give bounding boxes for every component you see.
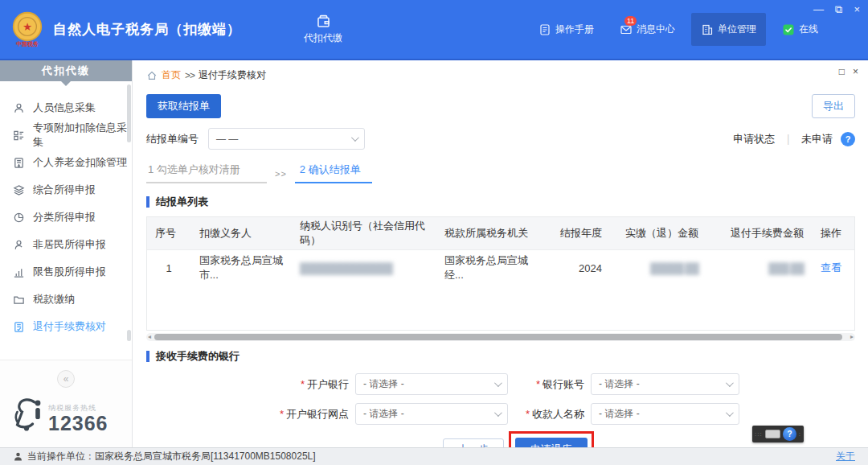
- person-icon: [13, 102, 25, 114]
- help-icon[interactable]: ?: [841, 132, 855, 146]
- sidebar-item-pension-deduction[interactable]: 个人养老金扣除管理: [0, 149, 132, 176]
- apply-refund-button[interactable]: 申请退库: [515, 438, 588, 447]
- sidebar-item-label: 退付手续费核对: [33, 319, 106, 334]
- bank-branch-select[interactable]: - 请选择 -: [355, 403, 508, 425]
- folder-icon: [13, 294, 25, 306]
- sidebar-item-comprehensive-income[interactable]: 综合所得申报: [0, 176, 132, 204]
- floating-assistant-widget[interactable]: ::: ? :: [752, 426, 804, 442]
- home-icon: [146, 70, 158, 81]
- nav-item-label: 消息中心: [637, 23, 675, 36]
- status-label: 申请状态: [733, 132, 775, 146]
- required-mark: *: [526, 408, 530, 420]
- step-label: 勾选单户核对清册: [157, 163, 240, 175]
- table-row: 1 国家税务总局宣城市... ██████████████ 国家税务总局宣城经.…: [147, 249, 854, 286]
- nav-item-manual[interactable]: 操作手册: [529, 13, 604, 46]
- scroll-left-icon[interactable]: ◂: [148, 333, 151, 341]
- col-header-seq: 序号: [147, 217, 191, 249]
- sidebar-tab-daikou[interactable]: 代扣代缴: [0, 60, 132, 81]
- close-icon[interactable]: ×: [854, 4, 860, 14]
- main-content: □ × 首页 >> 退付手续费核对 获取结报单 导出 结报单编号 — —: [133, 60, 868, 447]
- chevron-down-icon: [726, 409, 734, 417]
- nav-item-label: 操作手册: [555, 23, 594, 36]
- col-header-paid-amount: 实缴（退）金额: [611, 217, 707, 249]
- doc-check-icon: [13, 321, 25, 333]
- sidebar-item-classified-income[interactable]: 分类所得申报: [0, 204, 132, 231]
- fetch-report-button[interactable]: 获取结报单: [146, 94, 221, 118]
- bank-account-select[interactable]: - 请选择 -: [591, 373, 739, 395]
- widget-help-icon[interactable]: ?: [783, 427, 796, 441]
- step-label: 确认结报单: [309, 163, 361, 175]
- report-table: 序号 扣缴义务人 纳税人识别号（社会信用代码） 税款所属税务机关 结报年度 实缴…: [146, 216, 855, 331]
- restore-icon[interactable]: ⧉: [835, 4, 842, 14]
- sidebar-item-label: 人员信息采集: [33, 101, 96, 115]
- field-label-payee: *收款人名称: [508, 407, 584, 422]
- panel-close-icon[interactable]: ×: [853, 67, 858, 76]
- export-button[interactable]: 导出: [812, 94, 855, 118]
- about-link[interactable]: 关于: [836, 450, 855, 463]
- breadcrumb-home-link[interactable]: 首页: [162, 68, 181, 82]
- window-controls: — ⧉ ×: [813, 4, 860, 14]
- tax-emblem: ★ 中国税务: [11, 10, 43, 48]
- breadcrumb-current: 退付手续费核对: [199, 68, 266, 82]
- col-header-action: 操作: [813, 217, 854, 249]
- sidebar-item-restricted-stock[interactable]: 限售股所得申报: [0, 258, 132, 286]
- breadcrumb: 首页 >> 退付手续费核对: [146, 68, 855, 82]
- sidebar-item-nonresident-income[interactable]: 非居民所得申报: [0, 231, 132, 258]
- sidebar-item-special-deduction[interactable]: 专项附加扣除信息采集: [0, 121, 132, 149]
- sidebar-item-label: 税款缴纳: [33, 292, 75, 307]
- pension-doc-icon: [13, 157, 25, 169]
- sidebar-item-personnel-info[interactable]: 人员信息采集: [0, 94, 132, 121]
- cell-seq: 1: [147, 250, 191, 286]
- cell-paid-amount: █████.██: [611, 250, 707, 286]
- sidebar-tab-label: 代扣代缴: [42, 64, 90, 78]
- report-list-section-title: 结报单列表: [146, 195, 855, 209]
- steps-separator: >>: [275, 169, 287, 183]
- widget-dots-texture: :::: [755, 431, 763, 438]
- section-title-text: 结报单列表: [156, 195, 208, 209]
- person-icon: [13, 239, 25, 251]
- cell-taxpayer-id: ██████████████: [292, 250, 436, 286]
- col-header-taxpayer-id: 纳税人识别号（社会信用代码）: [292, 217, 436, 249]
- hotline-operator-icon: [11, 397, 43, 434]
- sidebar-item-tax-payment[interactable]: 税款缴纳: [0, 286, 132, 313]
- cell-action: 查看: [813, 250, 854, 286]
- wallet-icon: [316, 14, 331, 29]
- panel-restore-icon[interactable]: □: [839, 67, 845, 76]
- bank-account-value: - 请选择 -: [599, 377, 640, 391]
- header-nav: 操作手册 11 消息中心: [529, 13, 828, 46]
- scrollbar-thumb[interactable]: [154, 334, 842, 340]
- sidebar-scrollbar[interactable]: [127, 84, 131, 142]
- bank-form: *开户银行 - 请选择 - *银行账号 - 请选择 - *开户银行网点 - 请选…: [146, 373, 855, 425]
- horizontal-scrollbar[interactable]: ◂ ▸: [146, 333, 855, 341]
- step-2-confirm-report[interactable]: 2 确认结报单: [295, 163, 372, 183]
- bank-select[interactable]: - 请选择 -: [355, 373, 508, 395]
- nav-item-unit-management[interactable]: 单位管理: [691, 13, 766, 46]
- previous-step-button[interactable]: 上一步: [443, 438, 504, 447]
- sidebar-bottom: « 纳税服务热线 12366: [0, 360, 132, 447]
- chevron-down-icon: [351, 134, 359, 142]
- nav-item-messages[interactable]: 11 消息中心: [610, 13, 685, 46]
- bank-select-value: - 请选择 -: [363, 377, 404, 391]
- bank-branch-value: - 请选择 -: [363, 407, 404, 421]
- chevron-down-icon: [494, 379, 502, 387]
- nav-item-online[interactable]: 在线: [772, 13, 828, 46]
- sidebar: 代扣代缴 人员信息采集 专项附加扣除信息采集: [0, 60, 133, 447]
- header-tab-daikou[interactable]: 代扣代缴: [304, 14, 342, 45]
- sidebar-scrollbar-end[interactable]: [127, 330, 131, 341]
- field-label-branch: *开户银行网点: [260, 407, 349, 422]
- report-no-select[interactable]: — —: [208, 128, 365, 150]
- payee-name-select[interactable]: - 请选择 -: [591, 403, 739, 425]
- nav-item-label: 在线: [799, 23, 818, 36]
- sidebar-collapse-button[interactable]: «: [57, 370, 75, 388]
- minimize-icon[interactable]: —: [813, 4, 824, 14]
- payee-name-value: - 请选择 -: [599, 407, 640, 421]
- view-link[interactable]: 查看: [821, 261, 841, 275]
- header-tab-label: 代扣代缴: [304, 31, 342, 45]
- step-1-check-list[interactable]: 1 勾选单户核对清册: [146, 163, 267, 183]
- sidebar-item-fee-refund-check[interactable]: 退付手续费核对: [0, 313, 132, 340]
- redacted-taxpayer-id: ██████████████: [300, 262, 392, 274]
- emblem-caption: 中国税务: [16, 40, 39, 48]
- svg-text:★: ★: [23, 21, 32, 33]
- scroll-right-icon[interactable]: ▸: [850, 333, 854, 341]
- active-tab-notch: [61, 81, 71, 86]
